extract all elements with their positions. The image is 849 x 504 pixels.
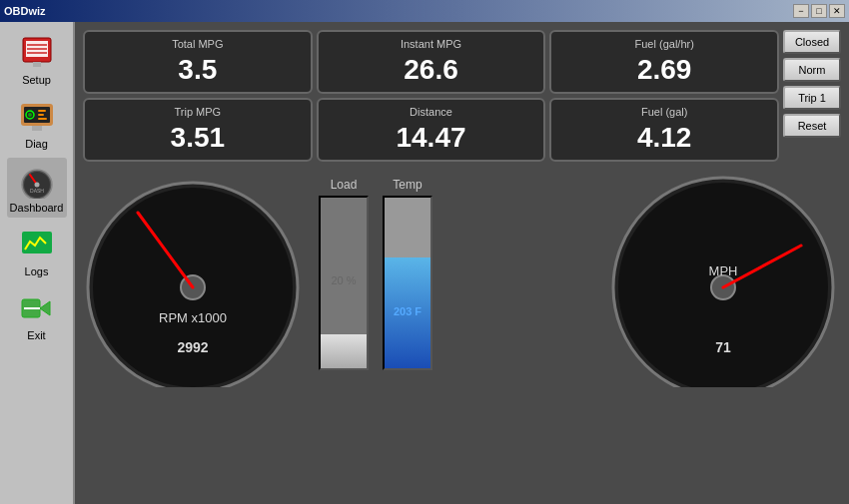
bar-gauges: Load 20 % Temp 203 F xyxy=(311,178,440,370)
svg-text:DASH: DASH xyxy=(30,188,44,194)
rpm-needle-svg xyxy=(83,168,303,387)
trip-mpg-label: Trip MPG xyxy=(175,106,222,118)
fuel-rate-value: 2.69 xyxy=(637,54,692,86)
load-label: Load xyxy=(331,178,358,192)
dashboard-icon: DASH xyxy=(17,162,57,200)
sidebar-item-setup[interactable]: Setup xyxy=(7,30,67,90)
speed-needle-svg xyxy=(606,168,841,387)
distance-label: Distance xyxy=(410,106,452,118)
metric-instant-mpg: Instant MPG 26.6 xyxy=(317,30,546,94)
load-fill xyxy=(321,334,367,368)
total-mpg-label: Total MPG xyxy=(172,38,223,50)
svg-rect-7 xyxy=(24,107,50,123)
content-area: Total MPG 3.5 Instant MPG 26.6 Fuel (gal… xyxy=(75,22,849,504)
fuel-rate-label: Fuel (gal/hr) xyxy=(635,38,694,50)
metrics-row1: Total MPG 3.5 Instant MPG 26.6 Fuel (gal… xyxy=(83,30,779,94)
closed-button[interactable]: Closed xyxy=(783,30,841,54)
svg-rect-10 xyxy=(38,110,46,112)
temp-bar-container: Temp 203 F xyxy=(383,178,432,370)
sidebar-label-dashboard: Dashboard xyxy=(10,202,64,214)
metrics-row2: Trip MPG 3.51 Distance 14.47 Fuel (gal) … xyxy=(83,98,779,162)
rpm-needle-container xyxy=(83,168,303,387)
fuel-gal-label: Fuel (gal) xyxy=(641,106,687,118)
speed-gauge: 0102030405060708090100 MPH 71 xyxy=(606,168,841,387)
sidebar-item-logs[interactable]: Logs xyxy=(7,222,67,281)
svg-rect-5 xyxy=(33,62,41,67)
side-buttons: Closed Norm Trip 1 Reset xyxy=(783,30,841,162)
fuel-gal-value: 4.12 xyxy=(637,122,692,154)
gauges-section: 01234567 xyxy=(83,168,841,496)
metric-distance: Distance 14.47 xyxy=(317,98,546,162)
distance-value: 14.47 xyxy=(396,122,465,154)
bars-row: Load 20 % Temp 203 F xyxy=(319,178,432,370)
metric-total-mpg: Total MPG 3.5 xyxy=(83,30,313,94)
load-bar-container: Load 20 % xyxy=(319,178,369,370)
reset-button[interactable]: Reset xyxy=(783,114,841,138)
exit-icon xyxy=(17,289,57,327)
title-bar: OBDwiz − □ ✕ xyxy=(0,0,849,22)
metric-fuel-gal: Fuel (gal) 4.12 xyxy=(549,98,779,162)
app-title: OBDwiz xyxy=(4,5,46,17)
rpm-gauge: 01234567 xyxy=(83,168,303,387)
sidebar: Setup Diag xyxy=(0,22,75,504)
sidebar-item-diag[interactable]: Diag xyxy=(7,94,67,154)
svg-rect-11 xyxy=(38,114,44,116)
temp-label: Temp xyxy=(393,178,422,192)
sidebar-label-diag: Diag xyxy=(25,138,48,150)
close-button[interactable]: ✕ xyxy=(829,4,845,18)
svg-rect-13 xyxy=(32,126,42,131)
sidebar-label-logs: Logs xyxy=(25,265,49,277)
diag-icon xyxy=(17,98,57,136)
svg-rect-12 xyxy=(38,118,47,120)
temp-bar: 203 F xyxy=(383,196,432,370)
speed-needle-container xyxy=(606,168,841,387)
total-mpg-value: 3.5 xyxy=(178,54,217,86)
temp-value: 203 F xyxy=(385,305,430,317)
metrics-section: Total MPG 3.5 Instant MPG 26.6 Fuel (gal… xyxy=(83,30,841,162)
trip1-button[interactable]: Trip 1 xyxy=(783,86,841,110)
logs-icon xyxy=(17,226,57,263)
instant-mpg-label: Instant MPG xyxy=(401,38,461,50)
setup-icon xyxy=(17,34,57,72)
metric-fuel-rate: Fuel (gal/hr) 2.69 xyxy=(549,30,779,94)
sidebar-item-dashboard[interactable]: DASH Dashboard xyxy=(7,158,67,218)
metric-trip-mpg: Trip MPG 3.51 xyxy=(83,98,313,162)
main-area: Setup Diag xyxy=(0,22,849,504)
trip-mpg-value: 3.51 xyxy=(171,122,226,154)
instant-mpg-value: 26.6 xyxy=(404,54,458,86)
load-value: 20 % xyxy=(321,274,367,286)
svg-point-17 xyxy=(34,183,39,188)
svg-line-72 xyxy=(138,213,193,287)
sidebar-label-exit: Exit xyxy=(27,329,45,341)
window-controls: − □ ✕ xyxy=(793,4,845,18)
svg-marker-21 xyxy=(40,301,50,315)
maximize-button[interactable]: □ xyxy=(811,4,827,18)
sidebar-item-exit[interactable]: Exit xyxy=(7,285,67,345)
norm-button[interactable]: Norm xyxy=(783,58,841,82)
svg-point-9 xyxy=(28,113,32,117)
load-bar: 20 % xyxy=(319,196,369,370)
sidebar-label-setup: Setup xyxy=(22,74,51,86)
minimize-button[interactable]: − xyxy=(793,4,809,18)
svg-line-140 xyxy=(723,246,801,287)
